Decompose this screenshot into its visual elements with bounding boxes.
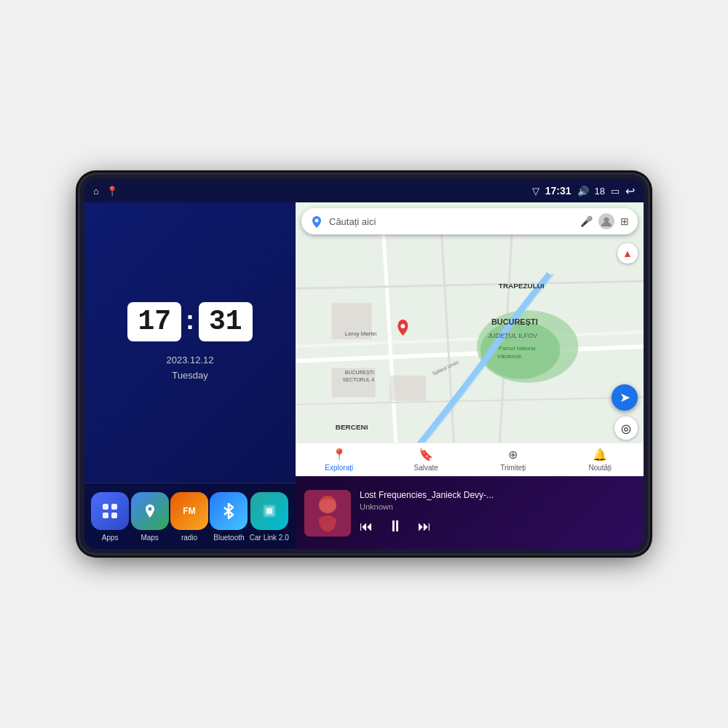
map-search-text: Căutați aici bbox=[329, 216, 574, 227]
svg-text:Văcărești: Văcărești bbox=[497, 353, 521, 360]
clock-minutes-block: 31 bbox=[199, 302, 253, 341]
nav-explore[interactable]: 📍 Explorați bbox=[296, 443, 383, 476]
screen: ⌂ 📍 ▽ 17:31 🔊 18 ▭ ↩ 17 bbox=[84, 179, 644, 549]
car-display-device: ⌂ 📍 ▽ 17:31 🔊 18 ▭ ↩ 17 bbox=[80, 175, 648, 553]
clock-date: 2023.12.12 bbox=[166, 353, 213, 368]
map-nav-bar: 📍 Explorați 🔖 Salvate ⊕ Trimiteți 🔔 bbox=[296, 443, 644, 476]
music-info: Lost Frequencies_Janieck Devy-... Unknow… bbox=[360, 490, 635, 536]
carlink-icon bbox=[250, 492, 288, 530]
music-title: Lost Frequencies_Janieck Devy-... bbox=[360, 490, 635, 500]
bluetooth-label: Bluetooth bbox=[213, 534, 244, 542]
svg-text:JUDEȚUL ILFOV: JUDEȚUL ILFOV bbox=[488, 332, 537, 339]
svg-rect-2 bbox=[103, 513, 108, 518]
prev-button[interactable]: ⏮ bbox=[360, 519, 373, 534]
status-bar: ⌂ 📍 ▽ 17:31 🔊 18 ▭ ↩ bbox=[84, 179, 644, 202]
nav-contribute[interactable]: ⊕ Trimiteți bbox=[470, 443, 557, 476]
map-search-actions: 🎤 ⊞ bbox=[580, 213, 629, 229]
account-icon[interactable] bbox=[598, 213, 614, 229]
clock-colon: : bbox=[186, 307, 194, 333]
navigation-btn[interactable]: ➤ bbox=[612, 384, 638, 411]
main-area: 17 : 31 2023.12.12 Tuesday bbox=[84, 202, 644, 549]
music-section: Lost Frequencies_Janieck Devy-... Unknow… bbox=[296, 476, 644, 549]
clock-minutes: 31 bbox=[209, 306, 242, 337]
svg-rect-0 bbox=[103, 504, 108, 510]
svg-text:BUCUREȘTI: BUCUREȘTI bbox=[345, 370, 374, 376]
svg-rect-1 bbox=[111, 504, 117, 510]
svg-point-31 bbox=[400, 324, 405, 328]
battery-icon: ▭ bbox=[611, 186, 620, 197]
clock-hours: 17 bbox=[138, 306, 171, 337]
contribute-icon: ⊕ bbox=[508, 448, 518, 462]
home-icon[interactable]: ⌂ bbox=[93, 186, 99, 197]
carlink-label: Car Link 2.0 bbox=[250, 534, 289, 542]
explore-label: Explorați bbox=[325, 464, 353, 472]
news-icon: 🔔 bbox=[593, 448, 607, 462]
news-label: Noutăți bbox=[588, 464, 612, 472]
album-art bbox=[304, 490, 351, 537]
music-artist: Unknown bbox=[360, 502, 635, 511]
contribute-label: Trimiteți bbox=[500, 464, 526, 472]
apps-label: Apps bbox=[102, 534, 119, 542]
svg-text:Parcul Natural: Parcul Natural bbox=[499, 345, 536, 352]
clock-weekday: Tuesday bbox=[166, 368, 213, 384]
left-panel: 17 : 31 2023.12.12 Tuesday bbox=[84, 202, 296, 549]
clock-display: 17 : 31 bbox=[127, 302, 252, 341]
location-btn[interactable]: ◎ bbox=[614, 416, 638, 440]
saved-label: Salvate bbox=[414, 464, 438, 472]
layers-icon[interactable]: ⊞ bbox=[620, 215, 629, 227]
svg-rect-6 bbox=[266, 508, 272, 514]
app-item-bluetooth[interactable]: Bluetooth bbox=[210, 492, 248, 542]
right-panel: TRAPEZULUI BUCUREȘTI JUDEȚUL ILFOV BERCE… bbox=[296, 202, 644, 549]
status-left: ⌂ 📍 bbox=[93, 186, 118, 197]
svg-point-36 bbox=[319, 499, 336, 513]
map-search-bar[interactable]: Căutați aici 🎤 ⊞ bbox=[301, 208, 638, 234]
svg-text:TRAPEZULUI: TRAPEZULUI bbox=[499, 282, 545, 290]
apps-section: Apps Maps FM radi bbox=[84, 483, 296, 549]
svg-point-33 bbox=[604, 218, 609, 223]
svg-text:Leroy Merlin: Leroy Merlin bbox=[345, 331, 377, 337]
google-maps-icon bbox=[310, 215, 323, 228]
nav-news[interactable]: 🔔 Noutăți bbox=[557, 443, 644, 476]
clock-hours-block: 17 bbox=[127, 302, 181, 341]
clock-date-section: 2023.12.12 Tuesday bbox=[166, 353, 213, 384]
radio-label: radio bbox=[181, 534, 197, 542]
play-pause-button[interactable]: ⏸ bbox=[387, 517, 403, 536]
music-controls: ⏮ ⏸ ⏭ bbox=[360, 517, 635, 536]
explore-icon: 📍 bbox=[332, 448, 347, 462]
maps-label: Maps bbox=[141, 534, 158, 542]
maps-status-icon[interactable]: 📍 bbox=[106, 186, 118, 197]
next-button[interactable]: ⏭ bbox=[418, 519, 431, 534]
app-item-maps[interactable]: Maps bbox=[131, 492, 169, 542]
clock-section: 17 : 31 2023.12.12 Tuesday bbox=[84, 202, 296, 483]
saved-icon: 🔖 bbox=[419, 448, 433, 462]
maps-icon bbox=[131, 492, 169, 530]
svg-rect-3 bbox=[111, 513, 117, 518]
status-right: ▽ 17:31 🔊 18 ▭ ↩ bbox=[532, 184, 635, 198]
signal-icon: ▽ bbox=[532, 186, 539, 197]
svg-rect-18 bbox=[389, 376, 426, 401]
app-item-carlink[interactable]: Car Link 2.0 bbox=[250, 492, 289, 542]
volume-icon: 🔊 bbox=[577, 186, 589, 197]
time-display: 17:31 bbox=[545, 185, 571, 197]
radio-app-icon: FM bbox=[170, 492, 208, 530]
back-icon[interactable]: ↩ bbox=[625, 184, 635, 198]
nav-saved[interactable]: 🔖 Salvate bbox=[383, 443, 470, 476]
svg-text:BERCENI: BERCENI bbox=[336, 423, 368, 431]
apps-icon bbox=[91, 492, 129, 530]
bluetooth-app-icon bbox=[210, 492, 248, 530]
svg-text:BUCUREȘTI: BUCUREȘTI bbox=[491, 317, 538, 326]
svg-text:SECTORUL 4: SECTORUL 4 bbox=[343, 377, 374, 382]
voice-search-icon[interactable]: 🎤 bbox=[580, 215, 593, 227]
volume-level: 18 bbox=[595, 186, 605, 197]
app-item-radio[interactable]: FM radio bbox=[170, 492, 208, 542]
app-item-apps[interactable]: Apps bbox=[91, 492, 129, 542]
compass-icon: ▲ bbox=[617, 243, 638, 264]
map-section[interactable]: TRAPEZULUI BUCUREȘTI JUDEȚUL ILFOV BERCE… bbox=[296, 202, 644, 476]
